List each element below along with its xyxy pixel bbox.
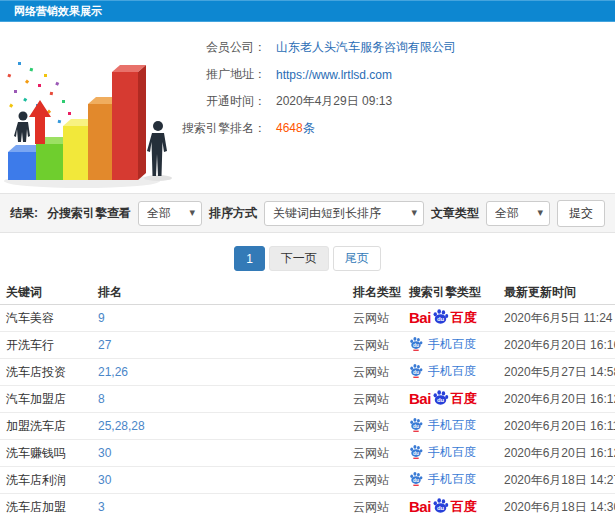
article-type-select[interactable]: 全部 — [487, 202, 549, 225]
table-body: 汽车美容 9 云网站 Bai du 百度 — [0, 305, 615, 520]
info-row-company: 会员公司： 山东老人头汽车服务咨询有限公司 — [176, 34, 615, 61]
keyword-cell: 洗车店投资 — [0, 359, 92, 386]
update-time-cell: 2020年5月27日 14:58 — [498, 359, 615, 386]
baidu-paw-du-text: du — [437, 505, 445, 511]
rank-type-cell: 云网站 — [347, 413, 403, 440]
update-time-cell: 2020年6月5日 11:24 — [498, 305, 615, 332]
baidu-logo-bai-text: Bai — [409, 499, 431, 514]
table-row: 洗车店投资 21,26 云网站 Bai du 百度 — [0, 359, 615, 386]
filter-bar: 结果: 分搜索引擎查看 全部 排序方式 关键词由短到长排序 文章类型 全部 提交 — [0, 193, 615, 233]
mobile-paw-du-text: du — [413, 370, 419, 375]
keyword-cell: 洗车赚钱吗 — [0, 440, 92, 467]
mobile-baidu-name-text: 手机百度 — [428, 365, 476, 377]
submit-button[interactable]: 提交 — [557, 200, 605, 227]
keyword-cell: 加盟洗车店 — [0, 413, 92, 440]
last-page-button[interactable]: 尾页 — [333, 246, 381, 271]
article-type-select-wrap: 全部 — [486, 201, 550, 226]
rank-type-cell: 云网站 — [347, 386, 403, 413]
baidu-paw-icon: du — [432, 389, 449, 405]
rank-unit: 条 — [303, 121, 315, 135]
mobile-baidu-logo: du 手机百度 — [409, 336, 476, 351]
sort-select[interactable]: 关键词由短到长排序 — [265, 202, 423, 225]
mobile-baidu-paw-icon: du — [409, 471, 423, 486]
rank-type-cell: 云网站 — [347, 359, 403, 386]
table-header-row: 关键词 排名 排名类型 搜索引擎类型 最新更新时间 — [0, 281, 615, 305]
engine-type-cell: Bai du 百度 — [403, 467, 498, 494]
company-link[interactable]: 山东老人头汽车服务咨询有限公司 — [276, 39, 456, 56]
baidu-logo-bai-text: Bai — [409, 310, 431, 325]
rank-cell[interactable]: 30 — [92, 467, 347, 494]
engine-type-cell: Bai du 百度 — [403, 386, 498, 413]
engine-type-cell: Bai du 百度 — [403, 305, 498, 332]
sort-label: 排序方式 — [209, 205, 257, 222]
table-row: 汽车加盟店 8 云网站 Bai du 百度 — [0, 386, 615, 413]
info-row-rank-count: 搜索引擎排名： 4648条 — [176, 115, 615, 142]
rank-cell[interactable]: 8 — [92, 386, 347, 413]
header-rank-type: 排名类型 — [347, 281, 403, 305]
rank-cell[interactable]: 3 — [92, 494, 347, 520]
person-right — [144, 121, 172, 181]
update-time-cell: 2020年6月18日 14:30 — [498, 494, 615, 520]
mobile-baidu-logo: du 手机百度 — [409, 471, 476, 486]
article-type-label: 文章类型 — [431, 205, 479, 222]
update-time-cell: 2020年6月18日 14:27 — [498, 467, 615, 494]
mobile-baidu-name-text: 手机百度 — [428, 419, 476, 431]
baidu-paw-du-text: du — [437, 316, 445, 322]
engine-filter-label: 分搜索引擎查看 — [47, 205, 131, 222]
info-row-open-time: 开通时间： 2020年4月29日 09:13 — [176, 88, 615, 115]
baidu-logo-cn-text: 百度 — [451, 392, 477, 405]
mobile-paw-du-text: du — [413, 451, 419, 456]
header-engine-type: 搜索引擎类型 — [403, 281, 498, 305]
engine-filter-select-wrap: 全部 — [138, 201, 202, 226]
table-row: 洗车店加盟 3 云网站 Bai du 百度 — [0, 494, 615, 520]
result-label: 结果: — [10, 205, 38, 222]
table-row: 汽车美容 9 云网站 Bai du 百度 — [0, 305, 615, 332]
mobile-baidu-paw-icon: du — [409, 444, 423, 459]
engine-filter-select[interactable]: 全部 — [139, 202, 201, 225]
update-time-cell: 2020年6月20日 16:12 — [498, 440, 615, 467]
rank-cell[interactable]: 25,28,28 — [92, 413, 347, 440]
table-row: 加盟洗车店 25,28,28 云网站 Bai du 百度 — [0, 413, 615, 440]
bar-chart-illustration — [0, 32, 180, 190]
engine-type-cell: Bai du 百度 — [403, 494, 498, 520]
mobile-baidu-logo: du 手机百度 — [409, 363, 476, 378]
info-list: 会员公司： 山东老人头汽车服务咨询有限公司 推广地址： https://www.… — [176, 22, 615, 142]
rank-type-cell: 云网站 — [347, 440, 403, 467]
engine-type-cell: Bai du 百度 — [403, 332, 498, 359]
page-button-1[interactable]: 1 — [234, 246, 265, 271]
keyword-cell: 开洗车行 — [0, 332, 92, 359]
keyword-cell: 洗车店利润 — [0, 467, 92, 494]
rank-cell[interactable]: 27 — [92, 332, 347, 359]
rank-cell[interactable]: 30 — [92, 440, 347, 467]
rank-type-cell: 云网站 — [347, 332, 403, 359]
results-table: 关键词 排名 排名类型 搜索引擎类型 最新更新时间 汽车美容 9 云网站 Bai — [0, 281, 615, 520]
mobile-baidu-logo: du 手机百度 — [409, 417, 476, 432]
rank-cell[interactable]: 21,26 — [92, 359, 347, 386]
sort-select-wrap: 关键词由短到长排序 — [264, 201, 424, 226]
baidu-logo-cn-text: 百度 — [451, 500, 477, 513]
table-row: 洗车赚钱吗 30 云网站 Bai du 百度 — [0, 440, 615, 467]
engine-rank-label: 搜索引擎排名： — [176, 120, 266, 137]
engine-rank-value: 4648条 — [276, 120, 315, 137]
update-time-cell: 2020年6月20日 16:12 — [498, 386, 615, 413]
table-row: 开洗车行 27 云网站 Bai du 百度 — [0, 332, 615, 359]
title-bar: 网络营销效果展示 — [0, 0, 615, 22]
promo-url-link[interactable]: https://www.lrtlsd.com — [276, 68, 392, 82]
keyword-cell: 洗车店加盟 — [0, 494, 92, 520]
mobile-baidu-name-text: 手机百度 — [428, 473, 476, 485]
pagination: 1 下一页 尾页 — [0, 233, 615, 281]
open-time-value: 2020年4月29日 09:13 — [276, 93, 392, 110]
rank-cell[interactable]: 9 — [92, 305, 347, 332]
mobile-baidu-logo: du 手机百度 — [409, 444, 476, 459]
engine-type-cell: Bai du 百度 — [403, 413, 498, 440]
header-update-time: 最新更新时间 — [498, 281, 615, 305]
company-label: 会员公司： — [176, 39, 266, 56]
next-page-button[interactable]: 下一页 — [269, 246, 329, 271]
table-row: 洗车店利润 30 云网站 Bai du 百度 — [0, 467, 615, 494]
update-time-cell: 2020年6月20日 16:11 — [498, 413, 615, 440]
mobile-paw-du-text: du — [413, 343, 419, 348]
filter-controls: 分搜索引擎查看 全部 排序方式 关键词由短到长排序 文章类型 全部 提交 — [47, 200, 605, 227]
baidu-logo: Bai du 百度 — [409, 391, 477, 407]
mobile-paw-du-text: du — [413, 478, 419, 483]
baidu-logo: Bai du 百度 — [409, 310, 477, 326]
